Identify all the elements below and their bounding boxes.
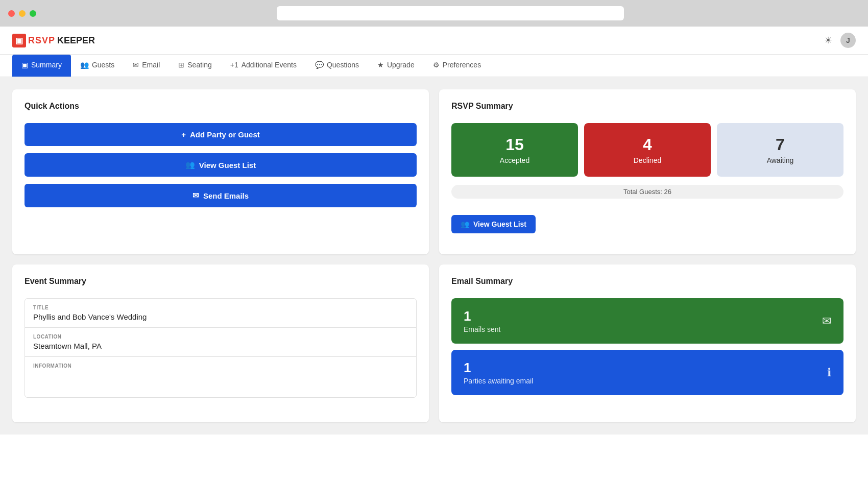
tab-guests[interactable]: 👥 Guests (71, 55, 124, 77)
quick-actions-card: Quick Actions + Add Party or Guest 👥 Vie… (12, 89, 429, 254)
emails-sent-box: 1 Emails sent ✉ (451, 298, 843, 344)
questions-tab-icon: 💬 (315, 61, 324, 69)
parties-awaiting-info: 1 Parties awaiting email (464, 360, 533, 385)
view-guest-list-label: View Guest List (473, 220, 526, 228)
email-summary-card: Email Summary 1 Emails sent ✉ 1 Parties … (439, 264, 856, 422)
title-bar (0, 0, 868, 27)
stat-awaiting: 7 Awaiting (717, 123, 843, 177)
email-tab-icon: ✉ (133, 61, 139, 69)
information-field-value (33, 371, 408, 391)
add-party-button[interactable]: + Add Party or Guest (25, 123, 417, 146)
declined-label: Declined (590, 156, 705, 164)
tab-additional-events-label: Additional Events (242, 61, 297, 69)
traffic-light-yellow[interactable] (19, 10, 26, 17)
send-emails-label: Send Emails (203, 191, 249, 200)
view-guest-list-button[interactable]: 👥 View Guest List (25, 153, 417, 177)
send-emails-icon: ✉ (192, 191, 199, 200)
email-summary-title: Email Summary (451, 277, 843, 286)
view-guest-icon: 👥 (461, 220, 469, 228)
rsvp-stats: 15 Accepted 4 Declined 7 Awaiting (451, 123, 843, 177)
declined-number: 4 (590, 135, 705, 154)
tab-summary[interactable]: ▣ Summary (12, 55, 71, 77)
info-icon: ℹ (827, 366, 831, 379)
tab-additional-events[interactable]: +1 Additional Events (221, 55, 306, 77)
logo-icon: ▣ (12, 34, 26, 47)
tab-questions-label: Questions (327, 61, 359, 69)
add-party-icon: + (181, 130, 186, 139)
tab-upgrade-label: Upgrade (387, 61, 415, 69)
emails-sent-number: 1 (464, 308, 500, 324)
accepted-number: 15 (457, 135, 572, 154)
view-guests-label: View Guest List (199, 161, 256, 170)
app-header: ▣ RSVPKEEPER ☀ J (0, 27, 868, 55)
location-field-value: Steamtown Mall, PA (33, 342, 408, 350)
event-summary-title: Event Summary (25, 277, 417, 286)
event-field-information: INFORMATION (25, 357, 416, 397)
app-container: ▣ RSVPKEEPER ☀ J ▣ Summary 👥 Guests ✉ Em… (0, 27, 868, 482)
traffic-light-green[interactable] (30, 10, 36, 17)
additional-events-tab-icon: +1 (230, 61, 238, 69)
logo: ▣ RSVPKEEPER (12, 34, 95, 47)
avatar[interactable]: J (840, 33, 856, 48)
add-party-label: Add Party or Guest (190, 130, 260, 139)
parties-awaiting-email-box: 1 Parties awaiting email ℹ (451, 350, 843, 395)
information-field-label: INFORMATION (33, 363, 408, 369)
awaiting-label: Awaiting (723, 156, 837, 164)
tab-preferences[interactable]: ⚙ Preferences (424, 55, 490, 77)
logo-keeper-text: KEEPER (57, 35, 95, 46)
logo-rsvp-text: RSVP (28, 35, 55, 46)
event-summary-card: Event Summary TITLE Phyllis and Bob Vanc… (12, 264, 429, 422)
tab-email-label: Email (142, 61, 160, 69)
tab-questions[interactable]: 💬 Questions (306, 55, 368, 77)
email-sent-icon: ✉ (822, 315, 831, 328)
emails-sent-label: Emails sent (464, 325, 500, 333)
quick-actions-buttons: + Add Party or Guest 👥 View Guest List ✉… (25, 123, 417, 207)
stat-declined: 4 Declined (584, 123, 711, 177)
nav-tabs: ▣ Summary 👥 Guests ✉ Email ⊞ Seating +1 … (0, 55, 868, 77)
emails-sent-info: 1 Emails sent (464, 308, 500, 333)
tab-guests-label: Guests (92, 61, 114, 69)
seating-tab-icon: ⊞ (178, 61, 184, 69)
tab-seating-label: Seating (187, 61, 211, 69)
header-right: ☀ J (824, 33, 856, 48)
preferences-tab-icon: ⚙ (433, 61, 440, 69)
title-field-value: Phyllis and Bob Vance's Wedding (33, 312, 408, 321)
tab-summary-label: Summary (31, 61, 62, 69)
tab-seating[interactable]: ⊞ Seating (169, 55, 221, 77)
summary-tab-icon: ▣ (21, 61, 28, 69)
event-fields: TITLE Phyllis and Bob Vance's Wedding LO… (25, 298, 417, 398)
main-content: Quick Actions + Add Party or Guest 👥 Vie… (0, 77, 868, 435)
tab-email[interactable]: ✉ Email (124, 55, 169, 77)
parties-awaiting-label: Parties awaiting email (464, 377, 533, 385)
event-field-location: LOCATION Steamtown Mall, PA (25, 328, 416, 357)
location-field-label: LOCATION (33, 334, 408, 340)
traffic-light-red[interactable] (8, 10, 15, 17)
address-bar[interactable] (277, 6, 624, 20)
settings-icon[interactable]: ☀ (824, 35, 832, 46)
rsvp-summary-card: RSVP Summary 15 Accepted 4 Declined 7 Aw… (439, 89, 856, 254)
event-field-title: TITLE Phyllis and Bob Vance's Wedding (25, 299, 416, 328)
awaiting-number: 7 (723, 135, 837, 154)
rsvp-summary-title: RSVP Summary (451, 102, 843, 111)
stat-accepted: 15 Accepted (451, 123, 578, 177)
title-field-label: TITLE (33, 305, 408, 310)
rsvp-view-guest-list-button[interactable]: 👥 View Guest List (451, 215, 536, 233)
accepted-label: Accepted (457, 156, 572, 164)
guests-tab-icon: 👥 (80, 61, 89, 69)
tab-preferences-label: Preferences (443, 61, 481, 69)
parties-awaiting-number: 1 (464, 360, 533, 376)
quick-actions-title: Quick Actions (25, 102, 417, 111)
total-guests: Total Guests: 26 (451, 185, 843, 199)
view-guests-icon: 👥 (185, 160, 195, 170)
tab-upgrade[interactable]: ★ Upgrade (368, 55, 424, 77)
upgrade-tab-icon: ★ (377, 61, 384, 69)
send-emails-button[interactable]: ✉ Send Emails (25, 184, 417, 207)
